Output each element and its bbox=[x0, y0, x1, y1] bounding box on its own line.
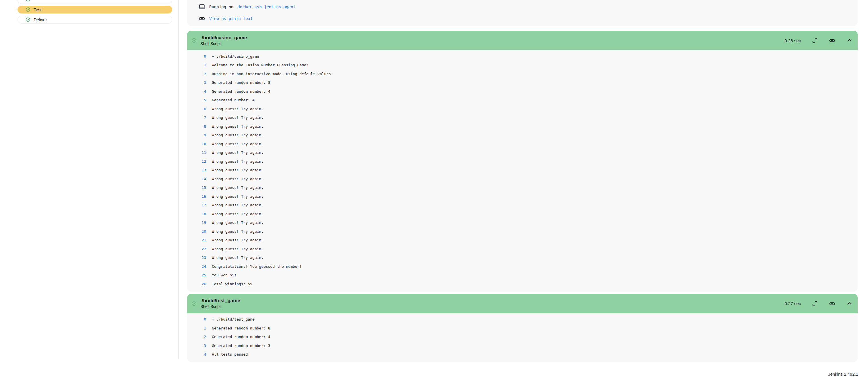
success-check-icon bbox=[192, 38, 196, 43]
line-number-link[interactable]: 16 bbox=[187, 194, 206, 199]
line-number-link[interactable]: 3 bbox=[187, 81, 206, 85]
link-icon bbox=[198, 15, 205, 22]
console-line-text: Wrong guess! Try again. bbox=[212, 229, 264, 234]
console-line: 17Wrong guess! Try again. bbox=[187, 201, 858, 210]
console-line-text: + ./build/test_game bbox=[212, 317, 255, 321]
success-check-icon bbox=[26, 7, 30, 12]
chevron-up-icon[interactable] bbox=[846, 37, 852, 44]
console-line-text: All tests passed! bbox=[212, 352, 250, 356]
line-number-link[interactable]: 13 bbox=[187, 168, 206, 172]
console-line: 19Wrong guess! Try again. bbox=[187, 218, 858, 227]
line-number-link[interactable]: 21 bbox=[187, 238, 206, 242]
agent-link[interactable]: docker-ssh-jenkins-agent bbox=[237, 5, 296, 9]
console-line-text: Generated random number: 4 bbox=[212, 334, 270, 339]
console-line: 21Wrong guess! Try again. bbox=[187, 236, 858, 245]
step-duration: 0.27 sec bbox=[784, 301, 801, 306]
step-title: ./build/test_game bbox=[200, 298, 240, 304]
line-number-link[interactable]: 26 bbox=[187, 282, 206, 286]
console-line: 24Congratulations! You guessed the numbe… bbox=[187, 262, 858, 271]
console-line: 22Wrong guess! Try again. bbox=[187, 245, 858, 253]
line-number-link[interactable]: 2 bbox=[187, 334, 206, 339]
console-line: 3Generated random number: 8 bbox=[187, 78, 858, 87]
console-line-text: Wrong guess! Try again. bbox=[212, 212, 264, 216]
line-number-link[interactable]: 20 bbox=[187, 229, 206, 234]
view-plain-text-link[interactable]: View as plain text bbox=[209, 17, 253, 21]
line-number-link[interactable]: 3 bbox=[187, 344, 206, 348]
line-number-link[interactable]: 24 bbox=[187, 264, 206, 269]
success-check-icon bbox=[26, 0, 30, 1]
line-number-link[interactable]: 14 bbox=[187, 177, 206, 181]
console-line: 4Generated random number: 4 bbox=[187, 87, 858, 96]
console-line: 25You won $5! bbox=[187, 271, 858, 280]
running-on-text: Running on bbox=[209, 5, 234, 9]
line-number-link[interactable]: 1 bbox=[187, 326, 206, 330]
console-line: 1Generated random number: 8 bbox=[187, 324, 858, 333]
sidebar-item-deliver[interactable]: Deliver bbox=[18, 16, 172, 24]
step-header[interactable]: ./build/casino_game Shell Script 0.28 se… bbox=[187, 31, 858, 50]
console-line: 26Total winnings: $5 bbox=[187, 280, 858, 288]
line-number-link[interactable]: 18 bbox=[187, 212, 206, 216]
console-line: 3Generated random number: 3 bbox=[187, 341, 858, 350]
pipeline-step: ./build/test_game Shell Script 0.27 sec bbox=[187, 294, 858, 362]
console-line-text: Generated random number: 3 bbox=[212, 344, 270, 348]
console-line-text: Wrong guess! Try again. bbox=[212, 159, 264, 164]
console-line: 6Wrong guess! Try again. bbox=[187, 104, 858, 114]
line-number-link[interactable]: 17 bbox=[187, 203, 206, 207]
sidebar-item-partial[interactable] bbox=[18, 0, 172, 3]
sidebar-items: Test Deliver bbox=[18, 6, 172, 24]
line-number-link[interactable]: 12 bbox=[187, 159, 206, 164]
line-number-link[interactable]: 0 bbox=[187, 54, 206, 59]
line-number-link[interactable]: 5 bbox=[187, 98, 206, 102]
line-number-link[interactable]: 19 bbox=[187, 220, 206, 225]
console-line-text: Total winnings: $5 bbox=[212, 282, 252, 286]
console-line: 13Wrong guess! Try again. bbox=[187, 166, 858, 175]
console-line: 23Wrong guess! Try again. bbox=[187, 253, 858, 262]
line-number-link[interactable]: 4 bbox=[187, 89, 206, 94]
line-number-link[interactable]: 2 bbox=[187, 72, 206, 76]
line-number-link[interactable]: 15 bbox=[187, 185, 206, 190]
console-line: 0+ ./build/casino_game bbox=[187, 52, 858, 61]
console-line-text: Wrong guess! Try again. bbox=[212, 185, 264, 190]
link-icon[interactable] bbox=[829, 37, 835, 44]
line-number-link[interactable]: 8 bbox=[187, 124, 206, 129]
line-number-link[interactable]: 6 bbox=[187, 107, 206, 111]
line-number-link[interactable]: 11 bbox=[187, 150, 206, 155]
line-number-link[interactable]: 23 bbox=[187, 255, 206, 260]
step-titles: ./build/test_game Shell Script bbox=[200, 298, 240, 310]
line-number-link[interactable]: 10 bbox=[187, 142, 206, 146]
step-subtitle: Shell Script bbox=[200, 41, 247, 46]
console-line-text: Wrong guess! Try again. bbox=[212, 238, 264, 242]
jenkins-version: Jenkins 2.492.1 bbox=[828, 372, 858, 377]
steps: ./build/casino_game Shell Script 0.28 se… bbox=[187, 31, 858, 362]
console-line: 2Running in non-interactive mode. Using … bbox=[187, 69, 858, 78]
console-line-text: Generated random number: 8 bbox=[212, 81, 270, 85]
console-line: 0+ ./build/test_game bbox=[187, 315, 858, 324]
expand-icon[interactable] bbox=[812, 300, 818, 307]
line-number-link[interactable]: 22 bbox=[187, 247, 206, 251]
step-header[interactable]: ./build/test_game Shell Script 0.27 sec bbox=[187, 294, 858, 313]
chevron-up-icon[interactable] bbox=[846, 300, 852, 307]
console-line-text: Wrong guess! Try again. bbox=[212, 168, 264, 172]
console-line-text: Wrong guess! Try again. bbox=[212, 133, 264, 137]
computer-icon bbox=[198, 3, 205, 10]
sidebar-item-test[interactable]: Test bbox=[18, 6, 172, 13]
line-number-link[interactable]: 25 bbox=[187, 273, 206, 277]
console-line: 4All tests passed! bbox=[187, 350, 858, 359]
expand-icon[interactable] bbox=[812, 37, 818, 44]
console-line: 12Wrong guess! Try again. bbox=[187, 157, 858, 166]
line-number-link[interactable]: 1 bbox=[187, 63, 206, 67]
console-line: 2Generated random number: 4 bbox=[187, 333, 858, 342]
console-line: 10Wrong guess! Try again. bbox=[187, 139, 858, 149]
sidebar-item-label: Deliver bbox=[34, 17, 47, 22]
console-line-text: Wrong guess! Try again. bbox=[212, 194, 264, 199]
console-line: 1Welcome to the Casino Number Guessing G… bbox=[187, 61, 858, 70]
line-number-link[interactable]: 4 bbox=[187, 352, 206, 356]
node-info-card: Running on docker-ssh-jenkins-agent View… bbox=[187, 0, 858, 26]
console-line-text: Generated random number: 8 bbox=[212, 326, 270, 330]
line-number-link[interactable]: 0 bbox=[187, 317, 206, 321]
line-number-link[interactable]: 9 bbox=[187, 133, 206, 137]
line-number-link[interactable]: 7 bbox=[187, 116, 206, 120]
console-line: 7Wrong guess! Try again. bbox=[187, 114, 858, 122]
console-line: 9Wrong guess! Try again. bbox=[187, 131, 858, 140]
link-icon[interactable] bbox=[829, 300, 835, 307]
